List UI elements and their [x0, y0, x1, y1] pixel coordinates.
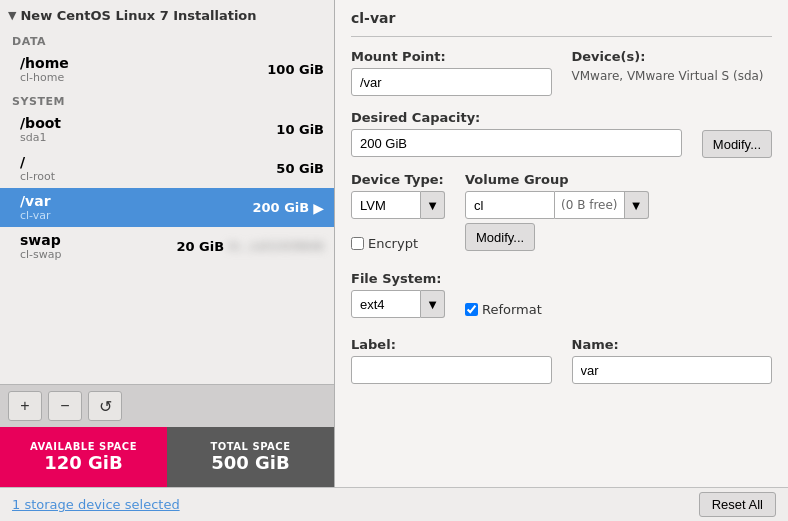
mount-item-home[interactable]: /home cl-home 100 GiB — [0, 50, 334, 89]
label-field-input[interactable] — [351, 356, 552, 384]
mount-root-sublabel: cl-root — [20, 170, 55, 183]
encrypt-label: Encrypt — [368, 236, 418, 251]
mount-root-name: / — [20, 154, 55, 170]
mount-home-sublabel: cl-home — [20, 71, 69, 84]
modify-button-1[interactable]: Modify... — [702, 130, 772, 158]
capacity-modify-row: Desired Capacity: Modify... — [351, 110, 772, 158]
desired-capacity-input[interactable] — [351, 129, 682, 157]
vg-wrapper: cl (0 B free) ▼ Modify... — [465, 191, 649, 251]
fs-select[interactable]: ext4 — [351, 290, 421, 318]
mount-boot-sublabel: sda1 — [20, 131, 61, 144]
available-space-label: AVAILABLE SPACE — [30, 441, 137, 452]
reformat-checkbox[interactable] — [465, 303, 478, 316]
device-type-group: Device Type: LVM ▼ Encrypt — [351, 172, 445, 257]
total-space-bar: TOTAL SPACE 500 GiB — [167, 427, 334, 487]
mount-boot-size: 10 GiB — [276, 122, 324, 137]
left-panel: ▼ New CentOS Linux 7 Installation DATA /… — [0, 0, 335, 487]
mount-home-size: 100 GiB — [267, 62, 324, 77]
tree-header: ▼ New CentOS Linux 7 Installation — [0, 0, 334, 29]
tree-title: New CentOS Linux 7 Installation — [20, 8, 256, 23]
mount-swap-size: 20 GiB — [176, 239, 224, 254]
modify-btn-group-1: Modify... — [702, 110, 772, 158]
mount-var-name: /var — [20, 193, 51, 209]
bottom-bar: 1 storage device selected Reset All — [0, 487, 788, 521]
left-controls: + − ↺ — [0, 384, 334, 427]
mount-swap-sublabel: cl-swap — [20, 248, 62, 261]
vg-free-label: (0 B free) — [555, 191, 625, 219]
volume-group-group: Volume Group cl (0 B free) ▼ Modify... — [465, 172, 649, 251]
desired-capacity-label: Desired Capacity: — [351, 110, 682, 125]
right-panel: cl-var Mount Point: Device(s): VMware, V… — [335, 0, 788, 487]
mount-home-name: /home — [20, 55, 69, 71]
name-field-label: Name: — [572, 337, 773, 352]
mount-item-boot[interactable]: /boot sda1 10 GiB — [0, 110, 334, 149]
device-type-row: Device Type: LVM ▼ Encrypt Volume Group — [351, 172, 772, 257]
right-panel-title: cl-var — [351, 10, 772, 26]
vg-arrow-icon[interactable]: ▼ — [625, 191, 649, 219]
encrypt-checkbox[interactable] — [351, 237, 364, 250]
mount-var-sublabel: cl-var — [20, 209, 51, 222]
mount-item-var[interactable]: /var cl-var 200 GiB ▶ — [0, 188, 334, 227]
selected-arrow-icon: ▶ — [313, 200, 324, 216]
label-field-group: Label: — [351, 337, 552, 384]
fs-label: File System: — [351, 271, 445, 286]
add-button[interactable]: + — [8, 391, 42, 421]
devices-value: VMware, VMware Virtual S (sda) — [572, 68, 773, 85]
fs-select-wrapper: ext4 ▼ — [351, 290, 445, 318]
mount-item-root[interactable]: / cl-root 50 GiB — [0, 149, 334, 188]
device-type-select[interactable]: LVM — [351, 191, 421, 219]
device-type-arrow-icon[interactable]: ▼ — [421, 191, 445, 219]
divider — [351, 36, 772, 37]
devices-group: Device(s): VMware, VMware Virtual S (sda… — [572, 49, 773, 96]
tree-items: ▼ New CentOS Linux 7 Installation DATA /… — [0, 0, 334, 384]
available-space-value: 120 GiB — [44, 452, 123, 473]
name-field-input[interactable] — [572, 356, 773, 384]
volume-group-label: Volume Group — [465, 172, 649, 187]
remove-button[interactable]: − — [48, 391, 82, 421]
mount-item-swap[interactable]: swap cl-swap 20 GiB ht…/u012439646 — [0, 227, 334, 266]
device-type-label: Device Type: — [351, 172, 445, 187]
mount-swap-blurred: ht…/u012439646 — [228, 240, 324, 253]
mount-point-label: Mount Point: — [351, 49, 552, 64]
section-data-label: DATA — [0, 29, 334, 50]
mount-point-group: Mount Point: — [351, 49, 552, 96]
mount-devices-row: Mount Point: Device(s): VMware, VMware V… — [351, 49, 772, 96]
total-space-value: 500 GiB — [211, 452, 290, 473]
fs-right-group: Reformat — [465, 271, 542, 323]
available-space-bar: AVAILABLE SPACE 120 GiB — [0, 427, 167, 487]
label-name-row: Label: Name: — [351, 337, 772, 384]
mount-boot-name: /boot — [20, 115, 61, 131]
name-field-group: Name: — [572, 337, 773, 384]
label-field-label: Label: — [351, 337, 552, 352]
space-bars: AVAILABLE SPACE 120 GiB TOTAL SPACE 500 … — [0, 427, 334, 487]
device-type-select-wrapper: LVM ▼ — [351, 191, 445, 219]
mount-point-input[interactable] — [351, 68, 552, 96]
section-system-label: SYSTEM — [0, 89, 334, 110]
fs-left-group: File System: ext4 ▼ — [351, 271, 445, 318]
reformat-row: Reformat — [465, 295, 542, 323]
fs-arrow-icon[interactable]: ▼ — [421, 290, 445, 318]
fs-row: File System: ext4 ▼ Reformat — [351, 271, 772, 323]
refresh-button[interactable]: ↺ — [88, 391, 122, 421]
modify-button-2[interactable]: Modify... — [465, 223, 535, 251]
reformat-label: Reformat — [482, 302, 542, 317]
vg-select[interactable]: cl — [465, 191, 555, 219]
reset-all-button[interactable]: Reset All — [699, 492, 776, 517]
storage-device-link[interactable]: 1 storage device selected — [12, 497, 180, 512]
devices-label: Device(s): — [572, 49, 773, 64]
mount-var-size: 200 GiB — [253, 200, 310, 215]
mount-swap-name: swap — [20, 232, 62, 248]
tree-arrow-icon: ▼ — [8, 9, 16, 22]
desired-capacity-group: Desired Capacity: — [351, 110, 682, 158]
total-space-label: TOTAL SPACE — [211, 441, 291, 452]
encrypt-row: Encrypt — [351, 229, 445, 257]
vg-select-row: cl (0 B free) ▼ — [465, 191, 649, 219]
mount-root-size: 50 GiB — [276, 161, 324, 176]
